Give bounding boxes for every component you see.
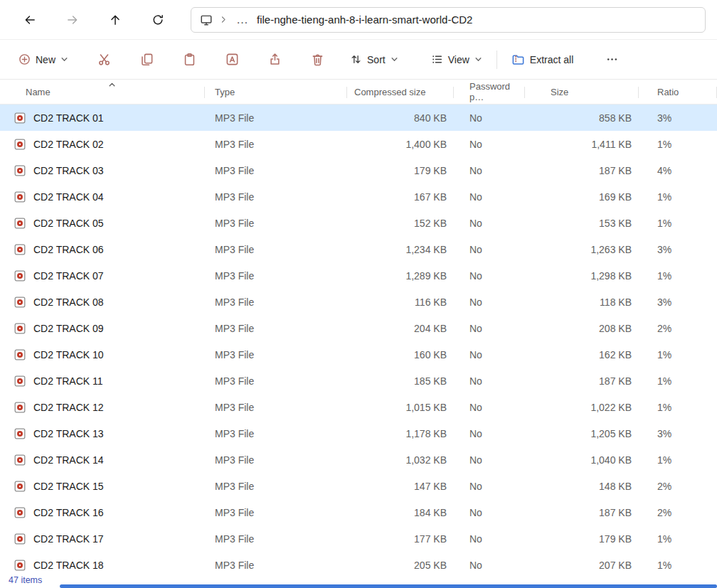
table-row[interactable]: CD2 TRACK 07MP3 File1,289 KBNo1,298 KB1% (0, 262, 717, 289)
file-password-cell: No (454, 244, 525, 255)
column-header-name[interactable]: Name (0, 80, 205, 104)
file-ratio-cell: 1% (639, 191, 717, 203)
table-row[interactable]: CD2 TRACK 14MP3 File1,032 KBNo1,040 KB1% (0, 447, 717, 473)
table-row[interactable]: CD2 TRACK 04MP3 File167 KBNo169 KB1% (0, 183, 717, 210)
file-compressed-cell: 167 KB (347, 191, 454, 203)
column-header-row: Name Type Compressed size Password p… Si… (0, 80, 717, 105)
paste-button[interactable] (174, 47, 205, 72)
file-size-cell: 1,298 KB (525, 270, 639, 282)
scissors-icon (97, 53, 111, 66)
file-name-cell: CD2 TRACK 08 (0, 296, 205, 308)
file-type-cell: MP3 File (205, 191, 347, 203)
file-name: CD2 TRACK 12 (33, 402, 104, 413)
file-size-cell: 153 KB (525, 218, 639, 229)
table-row[interactable]: CD2 TRACK 10MP3 File160 KBNo162 KB1% (0, 341, 717, 368)
extract-all-button[interactable]: Extract all (504, 47, 580, 72)
rename-button[interactable] (216, 47, 248, 72)
file-password-cell: No (454, 402, 525, 413)
file-explorer-window: … file-nghe-tieng-anh-8-i-learn-smart-wo… (0, 0, 717, 588)
refresh-button[interactable] (144, 6, 171, 33)
path-ellipsis-button[interactable]: … (235, 11, 250, 28)
column-header-type[interactable]: Type (205, 80, 347, 104)
file-password-cell: No (454, 218, 525, 229)
mp3-file-icon (14, 112, 26, 124)
file-type-cell: MP3 File (205, 428, 347, 439)
address-path-text: file-nghe-tieng-anh-8-i-learn-smart-worl… (257, 14, 472, 26)
table-row[interactable]: CD2 TRACK 02MP3 File1,400 KBNo1,411 KB1% (0, 131, 717, 157)
rename-icon (225, 53, 239, 66)
file-size-cell: 187 KB (525, 165, 639, 176)
new-button[interactable]: New (11, 48, 75, 71)
file-password-cell: No (454, 507, 525, 518)
column-header-size[interactable]: Size (525, 80, 639, 104)
address-bar[interactable]: … file-nghe-tieng-anh-8-i-learn-smart-wo… (191, 7, 706, 33)
table-row[interactable]: CD2 TRACK 11MP3 File185 KBNo187 KB1% (0, 368, 717, 394)
column-header-compressed[interactable]: Compressed size (347, 80, 454, 104)
file-password-cell: No (454, 296, 525, 308)
file-ratio-cell: 1% (639, 560, 717, 571)
sort-icon (350, 53, 362, 65)
copy-button[interactable] (131, 47, 162, 72)
more-options-button[interactable] (599, 48, 625, 71)
table-row[interactable]: CD2 TRACK 13MP3 File1,178 KBNo1,205 KB3% (0, 420, 717, 447)
table-row[interactable]: CD2 TRACK 05MP3 File152 KBNo153 KB1% (0, 210, 717, 236)
file-name: CD2 TRACK 07 (33, 270, 104, 282)
file-password-cell: No (454, 533, 525, 545)
table-row[interactable]: CD2 TRACK 17MP3 File177 KBNo179 KB1% (0, 525, 717, 552)
table-row[interactable]: CD2 TRACK 16MP3 File184 KBNo187 KB2% (0, 499, 717, 525)
table-row[interactable]: CD2 TRACK 06MP3 File1,234 KBNo1,263 KB3% (0, 236, 717, 262)
file-ratio-cell: 1% (639, 375, 717, 387)
share-button[interactable] (259, 47, 290, 72)
file-password-cell: No (454, 481, 525, 492)
file-size-cell: 162 KB (525, 349, 639, 360)
table-row[interactable]: CD2 TRACK 09MP3 File204 KBNo208 KB2% (0, 315, 717, 341)
file-password-cell: No (454, 165, 525, 176)
mp3-file-icon (14, 244, 26, 255)
mp3-file-icon (14, 165, 26, 176)
file-name: CD2 TRACK 11 (33, 375, 103, 387)
file-ratio-cell: 1% (639, 533, 717, 545)
file-name-cell: CD2 TRACK 06 (0, 244, 205, 255)
view-button[interactable]: View (424, 48, 489, 71)
column-header-ratio[interactable]: Ratio (639, 80, 717, 104)
cut-button[interactable] (88, 47, 120, 72)
file-ratio-cell: 3% (639, 428, 717, 439)
up-button[interactable] (102, 6, 129, 33)
file-type-cell: MP3 File (205, 402, 347, 413)
file-type-cell: MP3 File (205, 218, 347, 229)
table-row[interactable]: CD2 TRACK 01MP3 File840 KBNo858 KB3% (0, 105, 717, 131)
horizontal-scrollbar[interactable] (60, 584, 717, 588)
file-password-cell: No (454, 428, 525, 439)
table-row[interactable]: CD2 TRACK 03MP3 File179 KBNo187 KB4% (0, 157, 717, 183)
file-size-cell: 169 KB (525, 191, 639, 203)
extract-all-label: Extract all (530, 54, 573, 65)
file-name-cell: CD2 TRACK 17 (0, 533, 205, 545)
mp3-file-icon (14, 296, 26, 308)
file-compressed-cell: 205 KB (347, 560, 454, 571)
file-compressed-cell: 184 KB (347, 507, 454, 518)
view-button-label: View (448, 54, 469, 65)
file-ratio-cell: 3% (639, 112, 717, 124)
forward-button[interactable] (59, 6, 86, 33)
up-arrow-icon (109, 14, 122, 26)
back-button[interactable] (16, 6, 43, 33)
file-password-cell: No (454, 349, 525, 360)
file-password-cell: No (454, 270, 525, 282)
file-name: CD2 TRACK 02 (33, 139, 104, 150)
mp3-file-icon (14, 402, 26, 413)
items-count: 47 items (0, 575, 42, 585)
sort-button[interactable]: Sort (343, 48, 405, 71)
file-size-cell: 1,022 KB (525, 402, 639, 413)
file-password-cell: No (454, 139, 525, 150)
file-name: CD2 TRACK 06 (33, 244, 104, 255)
delete-button[interactable] (302, 47, 333, 72)
new-button-label: New (36, 54, 55, 65)
file-name-cell: CD2 TRACK 02 (0, 139, 205, 150)
file-compressed-cell: 1,032 KB (347, 454, 454, 466)
table-row[interactable]: CD2 TRACK 12MP3 File1,015 KBNo1,022 KB1% (0, 394, 717, 420)
file-compressed-cell: 1,289 KB (347, 270, 454, 282)
file-name-cell: CD2 TRACK 09 (0, 323, 205, 334)
table-row[interactable]: CD2 TRACK 15MP3 File147 KBNo148 KB2% (0, 473, 717, 499)
table-row[interactable]: CD2 TRACK 08MP3 File116 KBNo118 KB3% (0, 289, 717, 315)
column-header-password[interactable]: Password p… (454, 80, 525, 104)
